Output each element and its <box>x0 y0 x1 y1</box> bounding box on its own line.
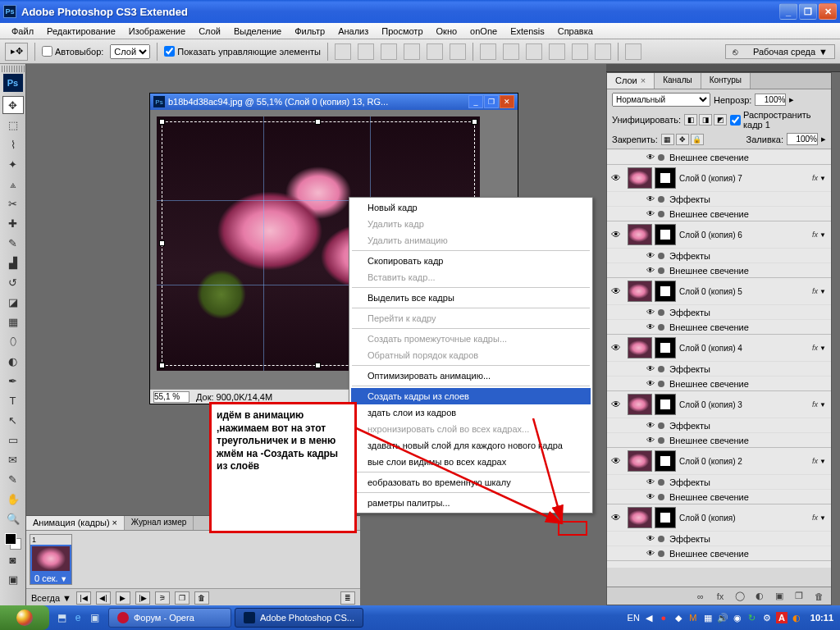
tray-icon[interactable]: ↻ <box>746 612 758 623</box>
menu-item[interactable]: Оптимизировать анимацию... <box>351 368 591 384</box>
layer-thumbnail[interactable] <box>628 337 652 358</box>
visibility-toggle[interactable]: 👁 <box>607 455 625 467</box>
lasso-tool[interactable]: ⌇ <box>2 135 24 153</box>
frame-delay[interactable]: 0 сек. ▼ <box>30 573 71 584</box>
visibility-toggle[interactable]: 👁 <box>607 399 625 410</box>
marquee-tool[interactable]: ⬚ <box>2 116 24 134</box>
path-tool[interactable]: ↖ <box>2 411 24 429</box>
history-brush-tool[interactable]: ↺ <box>2 273 24 291</box>
propagate-checkbox[interactable]: Распространить кадр 1 <box>730 110 826 130</box>
layer-name[interactable]: Слой 0 (копия) 6 <box>679 231 812 240</box>
chevron-right-icon[interactable]: ▸ <box>789 94 794 105</box>
color-swatches[interactable] <box>5 533 21 550</box>
show-controls-checkbox[interactable]: Показать управляющие элементы <box>164 46 321 57</box>
group-icon[interactable]: ▣ <box>772 590 787 603</box>
zoom-tool[interactable]: 🔍 <box>2 509 24 527</box>
visibility-toggle[interactable]: 👁 <box>643 266 658 275</box>
visibility-toggle[interactable]: 👁 <box>643 436 658 445</box>
stamp-tool[interactable]: ▟ <box>2 253 24 272</box>
effect-outer-glow[interactable]: Внешнее свечение <box>669 549 749 559</box>
visibility-toggle[interactable]: 👁 <box>643 492 658 501</box>
first-frame-button[interactable]: |◀ <box>76 591 91 605</box>
align-icon[interactable] <box>381 43 397 60</box>
effect-outer-glow[interactable]: Внешнее свечение <box>669 266 749 276</box>
layer-thumbnail[interactable] <box>628 281 652 302</box>
chevron-down-icon[interactable]: ▼ <box>819 175 826 182</box>
maximize-button[interactable]: ❐ <box>799 3 817 20</box>
visibility-toggle[interactable]: 👁 <box>607 285 625 297</box>
doc-maximize-button[interactable]: ❐ <box>484 95 499 108</box>
menu-edit[interactable]: Редактирование <box>40 25 122 38</box>
visibility-toggle[interactable]: 👁 <box>607 172 625 184</box>
menu-item[interactable]: еобразовать во временную шкалу <box>351 474 591 491</box>
lock-all-icon[interactable]: 🔒 <box>691 134 704 145</box>
effect-outer-glow[interactable]: Внешнее свечение <box>669 322 749 332</box>
layer-item[interactable]: 👁 Слой 0 (копия) fx ▼ 👁Эффекты 👁Внешнее … <box>607 504 831 561</box>
menu-window[interactable]: Окно <box>430 25 464 38</box>
tray-icon[interactable]: ◐ <box>791 612 802 623</box>
effect-outer-glow[interactable]: Внешнее свечение <box>669 492 749 502</box>
notes-tool[interactable]: ✉ <box>2 450 24 468</box>
menu-filter[interactable]: Фильтр <box>288 25 331 38</box>
visibility-toggle[interactable]: 👁 <box>643 322 658 331</box>
autoselect-target-select[interactable]: Слой <box>110 44 150 59</box>
visibility-toggle[interactable]: 👁 <box>643 534 658 543</box>
move-tool[interactable]: ✥ <box>2 96 24 114</box>
layer-mask-thumbnail[interactable] <box>655 507 676 528</box>
menu-item[interactable]: Новый кадр <box>351 199 591 216</box>
visibility-toggle[interactable]: 👁 <box>643 308 658 317</box>
dodge-tool[interactable]: ◐ <box>2 352 24 370</box>
document-titlebar[interactable]: Ps b18b4d38ac94.jpg @ 55,1% (Слой 0 (коп… <box>150 94 518 110</box>
shape-tool[interactable]: ▭ <box>2 431 24 449</box>
layer-mask-thumbnail[interactable] <box>655 224 676 245</box>
chevron-down-icon[interactable]: ▼ <box>819 231 826 239</box>
toolbox-grip[interactable] <box>2 66 25 72</box>
type-tool[interactable]: T <box>2 391 24 409</box>
unify-position-icon[interactable]: ◧ <box>684 114 697 126</box>
play-button[interactable]: ▶ <box>116 591 130 605</box>
tray-icon[interactable]: ● <box>658 612 669 623</box>
wand-tool[interactable]: ✦ <box>2 155 24 173</box>
layer-style-icon[interactable]: fx <box>713 590 728 603</box>
tab-channels[interactable]: Каналы <box>655 73 701 89</box>
blur-tool[interactable]: ⬯ <box>2 332 24 350</box>
distribute-icon[interactable] <box>526 43 542 60</box>
menu-extensis[interactable]: Extensis <box>504 25 551 38</box>
tray-icon[interactable]: ▦ <box>702 612 714 623</box>
loop-select[interactable]: Всегда ▼ <box>31 593 71 603</box>
menu-item[interactable]: Создать кадры из слоев <box>351 388 591 404</box>
visibility-toggle[interactable]: 👁 <box>643 421 658 430</box>
frame-thumbnail[interactable] <box>30 545 71 573</box>
autoselect-checkbox[interactable]: Автовыбор: <box>42 46 103 57</box>
effect-outer-glow[interactable]: Внешнее свечение <box>669 379 749 389</box>
screenmode-toggle[interactable]: ▣ <box>2 570 24 588</box>
tray-icon[interactable]: ◆ <box>673 612 684 623</box>
next-frame-button[interactable]: |▶ <box>135 591 150 605</box>
fx-badge[interactable]: fx <box>812 400 818 409</box>
visibility-toggle[interactable]: 👁 <box>643 251 658 260</box>
layer-name[interactable]: Слой 0 (копия) <box>679 514 812 523</box>
opacity-input[interactable] <box>755 94 786 106</box>
menu-select[interactable]: Выделение <box>227 25 288 38</box>
doc-minimize-button[interactable]: _ <box>468 95 483 108</box>
tab-measurement-log[interactable]: Журнал измер <box>125 516 194 530</box>
delete-layer-icon[interactable]: 🗑 <box>811 590 826 603</box>
tray-icon[interactable]: ◉ <box>732 612 743 623</box>
fx-badge[interactable]: fx <box>812 344 818 352</box>
tab-paths[interactable]: Контуры <box>701 73 751 89</box>
chevron-down-icon[interactable]: ▼ <box>819 288 826 295</box>
layer-thumbnail[interactable] <box>628 224 652 245</box>
tray-icon[interactable]: M <box>687 612 699 623</box>
align-icon[interactable] <box>358 43 374 60</box>
gradient-tool[interactable]: ▦ <box>2 313 24 331</box>
taskbar-item-photoshop[interactable]: Adobe Photoshop CS... <box>235 608 363 628</box>
visibility-toggle[interactable]: 👁 <box>643 194 658 203</box>
hand-tool[interactable]: ✋ <box>2 490 24 508</box>
chevron-down-icon[interactable]: ▼ <box>819 345 826 352</box>
chevron-down-icon[interactable]: ▼ <box>819 514 826 522</box>
align-icon[interactable] <box>450 43 466 60</box>
align-icon[interactable] <box>335 43 351 60</box>
chevron-down-icon[interactable]: ▼ <box>819 458 826 465</box>
workspace-button[interactable]: ⎋ Рабочая среда ▼ <box>725 44 835 59</box>
visibility-toggle[interactable]: 👁 <box>643 477 658 486</box>
